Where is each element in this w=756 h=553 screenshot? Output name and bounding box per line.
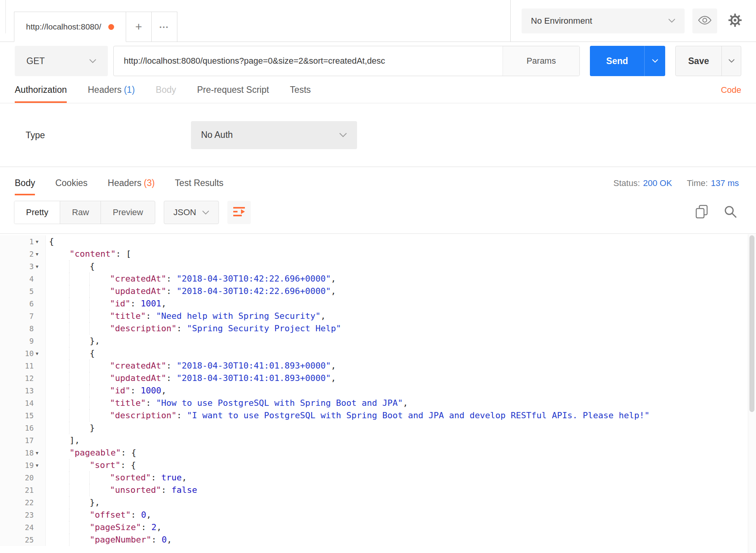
code-link[interactable]: Code [721,85,741,103]
fold-toggle-icon[interactable]: ▾ [34,459,45,471]
url-bar: Params [113,46,580,76]
fold-toggle-icon[interactable]: ▾ [34,235,45,248]
wrap-text-icon [232,206,246,219]
tab-test-results[interactable]: Test Results [175,178,224,195]
save-options-button[interactable] [721,46,741,76]
method-select[interactable]: GET [15,46,108,76]
response-scrollbar[interactable] [748,234,756,553]
tabstrip-edge [5,0,6,33]
save-button[interactable]: Save [675,46,741,76]
line-number: 15 [10,409,34,422]
code-line: 8"description": "Spring Security Project… [0,322,747,335]
line-number: 25 [10,534,34,546]
method-value: GET [26,56,45,66]
copy-button[interactable] [693,204,710,221]
code-text: "description": "I want to use PostgreSQL… [46,409,650,422]
code-line: 23"offset": 0, [0,509,747,521]
fold-spacer [34,422,45,434]
line-gutter: 9 [0,335,46,347]
fold-spacer [34,384,45,397]
open-request-tab[interactable]: http://localhost:8080/ [14,12,126,42]
code-text: "updatedAt": "2018-04-30T10:41:01.893+00… [46,372,336,384]
response-toolbar: Pretty Raw Preview JSON [14,201,739,224]
environment-quicklook-button[interactable] [692,9,717,33]
url-input[interactable] [114,46,503,76]
code-text: "id": 1001, [46,297,166,310]
fold-spacer [34,335,45,347]
tab-cookies[interactable]: Cookies [55,178,87,195]
auth-type-value: No Auth [201,130,233,140]
ellipsis-icon: ••• [160,24,169,30]
code-text: "updatedAt": "2018-04-30T10:42:22.696+00… [46,285,336,297]
code-text: "unsorted": false [46,484,197,496]
code-line: 18▾"pageable": { [0,447,747,459]
unsaved-dot-icon [108,24,114,30]
code-line: 1▾{ [0,235,747,248]
tab-pre-request-script[interactable]: Pre-request Script [197,85,269,103]
chevron-down-icon [89,59,96,63]
fold-spacer [34,509,45,521]
send-options-button[interactable] [644,46,665,76]
code-text: { [46,260,95,273]
code-line: 13"id": 1000, [0,384,747,397]
line-number: 19 [10,459,34,471]
fold-toggle-icon[interactable]: ▾ [34,260,45,273]
format-select[interactable]: JSON [164,201,219,224]
view-pretty-button[interactable]: Pretty [14,201,60,224]
view-raw-button[interactable]: Raw [60,201,101,224]
line-number: 8 [10,322,34,335]
auth-type-select[interactable]: No Auth [191,121,357,149]
fold-toggle-icon[interactable]: ▾ [34,447,45,459]
code-text: "offset": 0, [46,509,151,521]
copy-icon [695,205,708,220]
params-button[interactable]: Params [503,46,579,76]
tab-body[interactable]: Body [156,85,176,103]
send-button[interactable]: Send [590,46,665,76]
code-line: 17], [0,434,747,447]
fold-spacer [34,434,45,447]
search-button[interactable] [722,204,739,221]
headers-count-badge: (1) [124,85,135,95]
time-value: 137 ms [711,178,739,188]
line-gutter: 1▾ [0,235,46,248]
settings-button[interactable] [725,9,745,33]
tab-authorization[interactable]: Authorization [15,85,67,103]
new-tab-button[interactable]: + [126,12,152,42]
format-value: JSON [173,207,196,217]
code-text: "id": 1000, [46,384,166,397]
line-number: 14 [10,397,34,409]
code-line: 14"title": "How to use PostgreSQL with S… [0,397,747,409]
line-gutter: 17 [0,434,46,447]
code-line: 12"updatedAt": "2018-04-30T10:41:01.893+… [0,372,747,384]
tab-response-headers[interactable]: Headers(3) [108,178,155,195]
fold-spacer [34,534,45,546]
scrollbar-thumb[interactable] [749,235,754,412]
tab-response-body[interactable]: Body [15,178,35,195]
code-text: }, [46,335,100,347]
code-text: "sort": { [46,459,136,471]
line-number: 13 [10,384,34,397]
line-gutter: 7 [0,310,46,322]
fold-spacer [34,521,45,534]
fold-spacer [34,285,45,297]
code-line: 9}, [0,335,747,347]
tab-headers[interactable]: Headers(1) [88,85,135,103]
line-gutter: 18▾ [0,447,46,459]
fold-toggle-icon[interactable]: ▾ [34,347,45,360]
code-text: ], [46,434,80,447]
code-line: 7"title": "Need help with Spring Securit… [0,310,747,322]
fold-spacer [34,322,45,335]
tab-tests[interactable]: Tests [290,85,311,103]
line-gutter: 21 [0,484,46,496]
wrap-text-button[interactable] [227,201,251,224]
response-body-viewer[interactable]: 1▾{2▾"content": [3▾{4"createdAt": "2018-… [0,233,756,553]
tab-options-button[interactable]: ••• [152,12,177,42]
view-preview-button[interactable]: Preview [101,201,154,224]
line-gutter: 16 [0,422,46,434]
fold-toggle-icon[interactable]: ▾ [34,248,45,260]
line-number: 18 [10,447,34,459]
line-number: 7 [10,310,34,322]
environment-select[interactable]: No Environment [522,9,685,33]
request-tabstrip: http://localhost:8080/ + ••• [0,0,510,42]
line-gutter: 25 [0,534,46,546]
